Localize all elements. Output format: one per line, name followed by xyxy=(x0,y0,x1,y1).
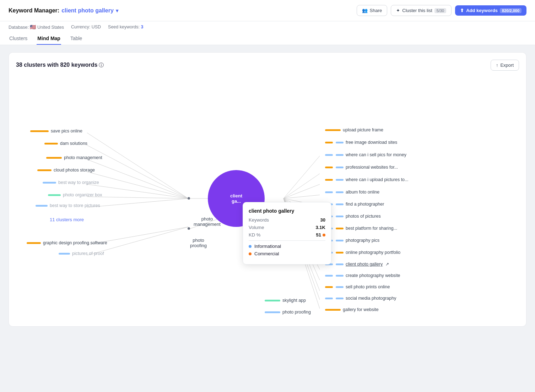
kw-professional-websites[interactable]: professional websites for... xyxy=(325,165,398,170)
chevron-down-icon[interactable]: ▾ xyxy=(116,8,118,13)
svg-line-0 xyxy=(283,174,320,198)
tooltip-divider xyxy=(249,240,325,241)
photo-mgmt-connector xyxy=(188,197,190,200)
kw-client-photo-gallery[interactable]: client photo gallery ↗ xyxy=(325,262,389,267)
add-keywords-badge: 820/2,000 xyxy=(500,8,522,13)
kw-find-photographer[interactable]: find a photographer xyxy=(325,202,384,207)
page-title-prefix: Keyword Manager: xyxy=(9,7,59,14)
add-keywords-button[interactable]: ⬆ Add keywords 820/2,000 xyxy=(455,5,526,16)
bar-organizer xyxy=(48,194,61,196)
kw-dam-solutions[interactable]: dam solutions xyxy=(44,141,87,146)
tab-clusters[interactable]: Clusters xyxy=(9,33,28,45)
kw-photo-management[interactable]: photo management xyxy=(46,155,102,160)
tooltip-keywords-row: Keywords 30 xyxy=(249,217,325,223)
share-button[interactable]: 👥 Share xyxy=(357,5,388,16)
info-icon[interactable]: ⓘ xyxy=(99,62,104,68)
svg-line-2 xyxy=(283,184,320,198)
tooltip-intent-informational: Informational xyxy=(249,244,325,249)
photo-proofing-label: photoproofing xyxy=(190,238,207,248)
kw-upload-pictures[interactable]: where can i upload pictures to... xyxy=(325,177,409,182)
kw-best-way-organize[interactable]: best way to organize xyxy=(43,180,99,185)
bar-save-pics xyxy=(30,130,49,132)
bar-dam xyxy=(44,143,58,145)
kw-sell-pics-money[interactable]: where can i sell pics for money xyxy=(325,152,406,157)
seed-count: 3 xyxy=(141,24,143,29)
kw-graphic-design-proofing[interactable]: graphic design proofing software xyxy=(27,240,107,245)
top-bar-actions: 👥 Share ✦ Cluster this list 5/30 ⬆ Add k… xyxy=(357,5,526,16)
page-title-area: Keyword Manager: client photo gallery ▾ xyxy=(9,7,118,14)
kw-upload-picture-frame[interactable]: upload picture frame xyxy=(325,127,383,132)
mindmap-area: clientga... photomanagement photoproofin… xyxy=(16,78,519,319)
bar-proof xyxy=(59,253,70,255)
kw-free-image-download[interactable]: free image download sites xyxy=(325,140,397,145)
project-title-link[interactable]: client photo gallery xyxy=(61,7,114,14)
cluster-badge: 5/30 xyxy=(434,8,446,13)
tooltip-kd-row: KD % 51 xyxy=(249,232,325,238)
kw-photo-proofing-bottom[interactable]: photo proofing xyxy=(265,310,311,315)
kw-photo-organizer[interactable]: photo organizer box xyxy=(48,192,102,197)
kw-gallery-website[interactable]: gallery for website xyxy=(325,307,379,312)
svg-line-16 xyxy=(87,145,188,198)
tab-table[interactable]: Table xyxy=(70,33,83,45)
kw-save-pics-online[interactable]: save pics online xyxy=(30,129,82,134)
bar-graphic-design xyxy=(27,242,41,244)
mindmap-lines xyxy=(16,78,519,319)
kd-orange-dot xyxy=(323,234,325,236)
export-button[interactable]: ↑ Export xyxy=(491,60,519,71)
export-icon: ↑ xyxy=(496,62,498,68)
kw-create-photography-website[interactable]: create photography website xyxy=(325,273,400,278)
bar-store xyxy=(36,205,48,207)
kw-sell-photo-prints[interactable]: sell photo prints online xyxy=(325,284,390,289)
svg-line-3 xyxy=(283,195,320,198)
tab-mind-map[interactable]: Mind Map xyxy=(37,33,61,45)
cursor-icon: ↗ xyxy=(385,262,389,267)
intent-dot-orange xyxy=(249,252,252,255)
kw-photos-of-pictures[interactable]: photos of pictures xyxy=(325,214,381,219)
main-content: 38 clusters with 820 keywords ⓘ ↑ Export xyxy=(0,45,535,334)
tooltip-title: client photo gallery xyxy=(249,208,325,214)
bar-cloud xyxy=(37,169,52,171)
card-title: 38 clusters with 820 keywords ⓘ xyxy=(16,62,104,69)
kw-best-store[interactable]: best way to store pictures xyxy=(36,203,100,208)
mindmap-card: 38 clusters with 820 keywords ⓘ ↑ Export xyxy=(9,52,526,327)
currency-info: Currency: USD xyxy=(71,24,101,29)
more-clusters-link[interactable]: 11 clusters more xyxy=(50,217,84,222)
cluster-icon: ✦ xyxy=(396,8,400,13)
seed-keywords-info: Seed keywords: 3 xyxy=(108,24,143,29)
download-icon: ⬆ xyxy=(460,8,464,13)
meta-info: Database: 🇺🇸 United States Currency: USD… xyxy=(9,24,526,33)
database-info: Database: 🇺🇸 United States xyxy=(9,24,64,30)
kw-photography-pics[interactable]: photography pics xyxy=(325,238,379,243)
share-icon: 👥 xyxy=(362,8,368,13)
tooltip-volume-row: Volume 3.1K xyxy=(249,225,325,230)
photo-proofing-connector xyxy=(188,227,190,230)
kw-pictures-proof[interactable]: pictures of proof xyxy=(59,251,104,256)
kw-skylight-app[interactable]: skylight app xyxy=(265,298,306,303)
flag-icon: 🇺🇸 xyxy=(30,24,36,30)
tab-bar: Clusters Mind Map Table xyxy=(9,33,526,45)
bar-organize xyxy=(43,182,56,184)
tooltip-intent-commercial: Commercial xyxy=(249,251,325,256)
svg-line-15 xyxy=(87,133,188,198)
kw-online-portfolio[interactable]: online photography portfolio xyxy=(325,250,400,255)
top-bar: Keyword Manager: client photo gallery ▾ … xyxy=(0,0,535,21)
card-header: 38 clusters with 820 keywords ⓘ ↑ Export xyxy=(16,60,519,71)
intent-dot-blue xyxy=(249,245,252,248)
kw-cloud-photos[interactable]: cloud photos storage xyxy=(37,168,95,173)
bar-photo-mgmt xyxy=(46,157,62,159)
tooltip-card: client photo gallery Keywords 30 Volume … xyxy=(243,202,331,265)
svg-line-21 xyxy=(87,198,188,207)
sub-bar: Database: 🇺🇸 United States Currency: USD… xyxy=(0,21,535,45)
cluster-button[interactable]: ✦ Cluster this list 5/30 xyxy=(391,5,452,16)
svg-line-1 xyxy=(283,156,320,198)
kw-social-media-photography[interactable]: social media photography xyxy=(325,296,396,301)
kw-best-platform[interactable]: best platform for sharing... xyxy=(325,226,397,231)
kw-album-foto[interactable]: album foto online xyxy=(325,190,379,195)
